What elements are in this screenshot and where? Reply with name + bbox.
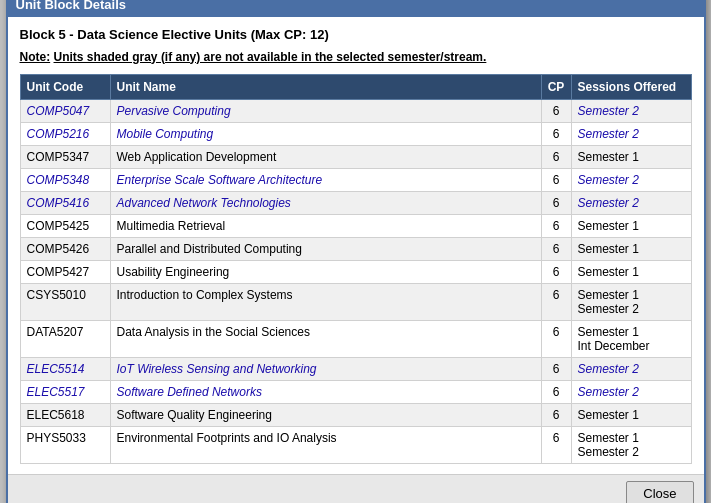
unit-name-cell: Software Quality Engineering — [110, 403, 541, 426]
unit-name-cell: Environmental Footprints and IO Analysis — [110, 426, 541, 463]
unit-code-link[interactable]: COMP5047 — [27, 104, 90, 118]
dialog-footer: Close — [8, 474, 704, 504]
unit-sessions-cell: Semester 1Int December — [571, 320, 691, 357]
table-row: COMP5348Enterprise Scale Software Archit… — [20, 168, 691, 191]
unit-code-cell: COMP5425 — [20, 214, 110, 237]
table-row: ELEC5618Software Quality Engineering6Sem… — [20, 403, 691, 426]
header-unit-code: Unit Code — [20, 74, 110, 99]
unit-sessions-cell: Semester 2 — [571, 122, 691, 145]
unit-cp-cell: 6 — [541, 426, 571, 463]
unit-cp-cell: 6 — [541, 214, 571, 237]
unit-sessions-cell: Semester 1 — [571, 214, 691, 237]
session-link[interactable]: Semester 2 — [578, 104, 639, 118]
table-row: COMP5416Advanced Network Technologies6Se… — [20, 191, 691, 214]
unit-block-dialog: Unit Block Details Block 5 - Data Scienc… — [6, 0, 706, 503]
unit-name-cell: Parallel and Distributed Computing — [110, 237, 541, 260]
unit-code-link[interactable]: COMP5216 — [27, 127, 90, 141]
close-button[interactable]: Close — [626, 481, 693, 504]
dialog-title: Unit Block Details — [8, 0, 704, 17]
unit-cp-cell: 6 — [541, 237, 571, 260]
unit-name-cell: Introduction to Complex Systems — [110, 283, 541, 320]
unit-sessions-cell: Semester 1 — [571, 237, 691, 260]
unit-name-cell: Usability Engineering — [110, 260, 541, 283]
unit-name-cell: Software Defined Networks — [110, 380, 541, 403]
table-row: ELEC5514IoT Wireless Sensing and Network… — [20, 357, 691, 380]
header-unit-name: Unit Name — [110, 74, 541, 99]
block-title: Block 5 - Data Science Elective Units (M… — [20, 27, 692, 42]
note-label: Note: — [20, 50, 51, 64]
unit-cp-cell: 6 — [541, 357, 571, 380]
unit-cp-cell: 6 — [541, 283, 571, 320]
unit-code-cell: COMP5416 — [20, 191, 110, 214]
table-row: DATA5207Data Analysis in the Social Scie… — [20, 320, 691, 357]
session-link[interactable]: Semester 2 — [578, 385, 639, 399]
table-row: PHYS5033Environmental Footprints and IO … — [20, 426, 691, 463]
table-row: COMP5047Pervasive Computing6Semester 2 — [20, 99, 691, 122]
unit-code-cell: ELEC5517 — [20, 380, 110, 403]
unit-code-link[interactable]: ELEC5514 — [27, 362, 85, 376]
unit-code-cell: CSYS5010 — [20, 283, 110, 320]
unit-code-link[interactable]: COMP5348 — [27, 173, 90, 187]
unit-code-link[interactable]: ELEC5517 — [27, 385, 85, 399]
unit-code-cell: DATA5207 — [20, 320, 110, 357]
table-row: COMP5427Usability Engineering6Semester 1 — [20, 260, 691, 283]
table-body: COMP5047Pervasive Computing6Semester 2CO… — [20, 99, 691, 463]
dialog-body: Block 5 - Data Science Elective Units (M… — [8, 17, 704, 474]
unit-sessions-cell: Semester 1Semester 2 — [571, 283, 691, 320]
unit-sessions-cell: Semester 1Semester 2 — [571, 426, 691, 463]
table-row: CSYS5010Introduction to Complex Systems6… — [20, 283, 691, 320]
table-row: COMP5425Multimedia Retrieval6Semester 1 — [20, 214, 691, 237]
unit-name-cell: Data Analysis in the Social Sciences — [110, 320, 541, 357]
unit-code-cell: COMP5047 — [20, 99, 110, 122]
unit-name-cell: Mobile Computing — [110, 122, 541, 145]
unit-sessions-cell: Semester 2 — [571, 99, 691, 122]
unit-name-cell: Web Application Development — [110, 145, 541, 168]
unit-sessions-cell: Semester 2 — [571, 357, 691, 380]
unit-code-cell: COMP5348 — [20, 168, 110, 191]
session-link[interactable]: Semester 2 — [578, 127, 639, 141]
unit-sessions-cell: Semester 1 — [571, 403, 691, 426]
unit-sessions-cell: Semester 2 — [571, 380, 691, 403]
note-text: Units shaded gray (if any) are not avail… — [54, 50, 487, 64]
unit-code-cell: COMP5426 — [20, 237, 110, 260]
table-row: COMP5216Mobile Computing6Semester 2 — [20, 122, 691, 145]
unit-cp-cell: 6 — [541, 380, 571, 403]
unit-sessions-cell: Semester 1 — [571, 260, 691, 283]
unit-cp-cell: 6 — [541, 403, 571, 426]
note: Note: Units shaded gray (if any) are not… — [20, 50, 692, 64]
unit-code-cell: COMP5427 — [20, 260, 110, 283]
unit-code-cell: ELEC5514 — [20, 357, 110, 380]
unit-code-cell: COMP5216 — [20, 122, 110, 145]
unit-name-cell: IoT Wireless Sensing and Networking — [110, 357, 541, 380]
units-table: Unit Code Unit Name CP Sessions Offered … — [20, 74, 692, 464]
unit-code-link[interactable]: COMP5416 — [27, 196, 90, 210]
unit-cp-cell: 6 — [541, 99, 571, 122]
header-cp: CP — [541, 74, 571, 99]
unit-cp-cell: 6 — [541, 320, 571, 357]
header-sessions: Sessions Offered — [571, 74, 691, 99]
table-row: ELEC5517Software Defined Networks6Semest… — [20, 380, 691, 403]
unit-cp-cell: 6 — [541, 168, 571, 191]
unit-name-cell: Enterprise Scale Software Architecture — [110, 168, 541, 191]
table-row: COMP5347Web Application Development6Seme… — [20, 145, 691, 168]
unit-cp-cell: 6 — [541, 260, 571, 283]
unit-name-cell: Pervasive Computing — [110, 99, 541, 122]
unit-sessions-cell: Semester 2 — [571, 168, 691, 191]
session-link[interactable]: Semester 2 — [578, 362, 639, 376]
unit-cp-cell: 6 — [541, 191, 571, 214]
unit-code-cell: COMP5347 — [20, 145, 110, 168]
table-row: COMP5426Parallel and Distributed Computi… — [20, 237, 691, 260]
unit-cp-cell: 6 — [541, 122, 571, 145]
unit-name-cell: Advanced Network Technologies — [110, 191, 541, 214]
unit-sessions-cell: Semester 2 — [571, 191, 691, 214]
unit-cp-cell: 6 — [541, 145, 571, 168]
unit-code-cell: ELEC5618 — [20, 403, 110, 426]
session-link[interactable]: Semester 2 — [578, 173, 639, 187]
session-link[interactable]: Semester 2 — [578, 196, 639, 210]
table-header-row: Unit Code Unit Name CP Sessions Offered — [20, 74, 691, 99]
unit-name-cell: Multimedia Retrieval — [110, 214, 541, 237]
unit-sessions-cell: Semester 1 — [571, 145, 691, 168]
unit-code-cell: PHYS5033 — [20, 426, 110, 463]
